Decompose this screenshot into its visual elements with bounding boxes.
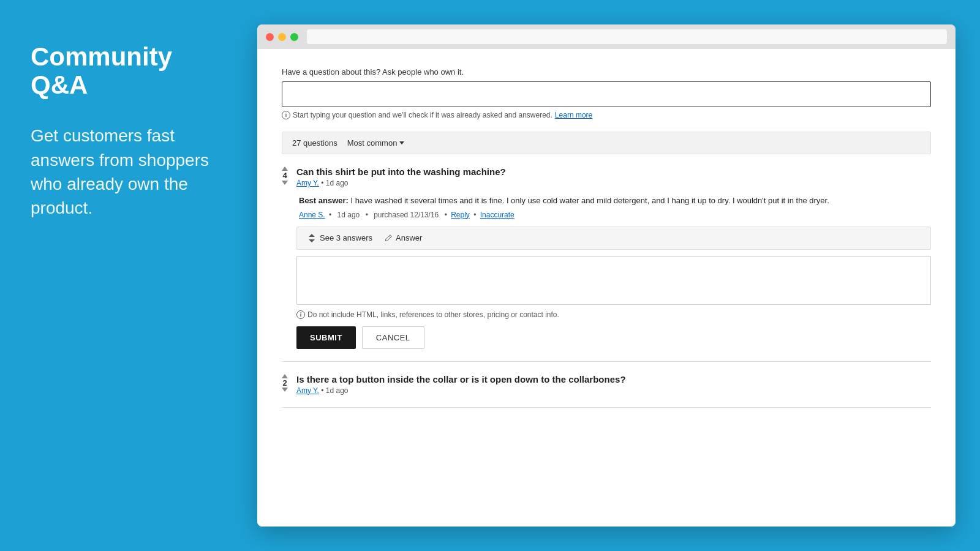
question-header-2: 2 Is there a top button inside the colla… [282,374,931,395]
vote-down-icon-1[interactable] [282,181,288,185]
form-info-icon: i [296,310,305,319]
answer-form: i Do not include HTML, links, references… [296,256,931,349]
questions-toolbar: 27 questions Most common [282,132,931,154]
answerer-link[interactable]: Anne S. [299,211,325,219]
asker-link-1[interactable]: Amy Y. [296,179,319,187]
inaccurate-link[interactable]: Inaccurate [480,211,514,219]
question-title-1: Can this shirt be put into the washing m… [296,167,931,177]
vote-up-icon-2[interactable] [282,374,288,378]
answer-button[interactable]: Answer [385,233,422,242]
reply-link[interactable]: Reply [451,211,470,219]
questions-count: 27 questions [292,138,337,148]
browser-window: Have a question about this? Ask people w… [257,24,956,527]
ask-question-label: Have a question about this? Ask people w… [282,67,931,77]
submit-button[interactable]: SUBMIT [296,326,356,349]
see-answers-button[interactable]: See 3 answers [307,233,372,243]
traffic-light-yellow[interactable] [278,33,286,41]
vote-count-1: 4 [282,171,287,181]
question-meta-2: Amy Y. • 1d ago [296,386,931,395]
vote-count-2: 2 [282,378,287,388]
learn-more-link[interactable]: Learn more [555,111,592,119]
form-buttons: SUBMIT CANCEL [296,326,931,349]
best-answer-block: Best answer: I have washed it several ti… [296,195,931,219]
ask-hint: i Start typing your question and we'll c… [282,111,931,119]
answer-form-hint: i Do not include HTML, links, references… [296,310,931,319]
info-icon: i [282,111,290,119]
see-answers-label: See 3 answers [320,233,372,242]
question-meta-1: Amy Y. • 1d ago [296,179,931,187]
form-hint-text: Do not include HTML, links, references t… [307,310,559,319]
vote-down-icon-2[interactable] [282,388,288,392]
svg-marker-1 [309,239,315,242]
chevron-down-icon [399,141,404,144]
ask-input[interactable] [282,81,931,107]
arrows-icon [307,233,317,243]
asked-ago-2: 1d ago [326,386,349,395]
svg-marker-0 [309,234,315,237]
ask-section: Have a question about this? Ask people w… [282,67,931,119]
traffic-light-green[interactable] [290,33,298,41]
browser-content: Have a question about this? Ask people w… [257,49,956,527]
answered-ago: 1d ago [337,211,360,219]
browser-titlebar [257,24,956,49]
question-content-1: Can this shirt be put into the washing m… [296,167,931,349]
question-item-1: 4 Can this shirt be put into the washing… [282,154,931,362]
vote-widget-2: 2 [282,374,288,392]
answers-action-bar: See 3 answers Answer [296,227,931,250]
cancel-button[interactable]: CANCEL [362,326,424,349]
sort-dropdown[interactable]: Most common [347,138,405,148]
answer-meta: Anne S. • 1d ago • purchased 12/13/16 • … [299,211,931,219]
pencil-icon [385,234,393,242]
main-description: Get customers fast answers from shoppers… [31,124,227,220]
traffic-lights [266,33,298,41]
asked-ago-1: 1d ago [326,179,349,187]
answer-textarea[interactable] [296,256,931,305]
vote-widget-1: 4 [282,167,288,185]
left-panel: Community Q&A Get customers fast answers… [0,0,257,257]
main-title: Community Q&A [31,43,227,99]
asker-link-2[interactable]: Amy Y. [296,386,319,395]
answer-label: Answer [396,233,422,242]
question-title-2: Is there a top button inside the collar … [296,374,931,384]
browser-addressbar [307,29,947,44]
vote-up-icon-1[interactable] [282,167,288,171]
best-answer-text: Best answer: I have washed it several ti… [299,195,931,207]
sort-label: Most common [347,138,398,148]
question-header-1: 4 Can this shirt be put into the washing… [282,167,931,349]
purchased-date: purchased 12/13/16 [374,211,439,219]
svg-line-2 [389,236,390,237]
question-content-2: Is there a top button inside the collar … [296,374,931,395]
question-item-2: 2 Is there a top button inside the colla… [282,362,931,408]
traffic-light-red[interactable] [266,33,274,41]
